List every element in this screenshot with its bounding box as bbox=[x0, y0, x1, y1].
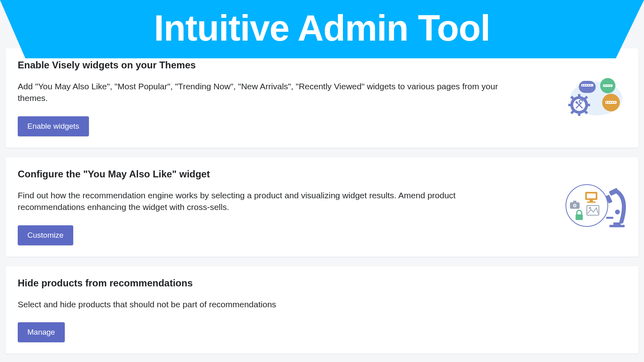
svg-rect-38 bbox=[590, 200, 593, 202]
svg-rect-8 bbox=[590, 85, 591, 86]
svg-point-44 bbox=[574, 205, 576, 206]
card-description: Find out how the recommendation engine w… bbox=[18, 189, 525, 213]
svg-rect-4 bbox=[582, 85, 583, 86]
svg-rect-42 bbox=[573, 201, 576, 203]
svg-rect-2 bbox=[579, 81, 596, 93]
svg-rect-15 bbox=[610, 85, 611, 86]
svg-rect-14 bbox=[609, 85, 609, 86]
card-title: Enable Visely widgets on your Themes bbox=[18, 60, 533, 71]
card-title: Configure the "You May Also Like" widget bbox=[18, 169, 533, 180]
svg-rect-40 bbox=[587, 193, 596, 198]
card-description: Add "You May Also Like", "Most Popular",… bbox=[18, 80, 525, 104]
svg-rect-18 bbox=[606, 102, 607, 103]
banner-title: Intuitive Admin Tool bbox=[154, 8, 490, 49]
card-configure-widget: Configure the "You May Also Like" widget… bbox=[6, 157, 638, 257]
svg-rect-7 bbox=[588, 85, 589, 86]
svg-rect-25 bbox=[578, 112, 580, 116]
svg-rect-50 bbox=[609, 188, 619, 196]
svg-point-46 bbox=[589, 207, 591, 209]
svg-rect-22 bbox=[614, 102, 615, 103]
svg-point-53 bbox=[615, 210, 620, 214]
svg-rect-19 bbox=[608, 102, 609, 103]
svg-rect-6 bbox=[586, 85, 587, 86]
svg-rect-26 bbox=[568, 104, 572, 106]
svg-rect-47 bbox=[576, 214, 583, 220]
widgets-cluster-icon bbox=[566, 74, 626, 122]
enable-widgets-button[interactable]: Enable widgets bbox=[18, 116, 89, 136]
microscope-preview-icon bbox=[562, 181, 626, 233]
svg-rect-49 bbox=[613, 222, 621, 225]
card-hide-products: Hide products from recommendations Selec… bbox=[6, 266, 638, 354]
svg-rect-52 bbox=[606, 217, 613, 219]
svg-rect-11 bbox=[604, 85, 605, 86]
svg-rect-13 bbox=[607, 85, 608, 86]
svg-rect-48 bbox=[609, 225, 625, 227]
svg-rect-5 bbox=[584, 85, 585, 86]
svg-rect-27 bbox=[586, 104, 590, 106]
svg-rect-12 bbox=[605, 85, 606, 86]
card-description: Select and hide products that should not… bbox=[18, 298, 525, 310]
customize-button[interactable]: Customize bbox=[18, 225, 73, 245]
svg-rect-20 bbox=[610, 102, 611, 103]
svg-rect-39 bbox=[587, 202, 596, 203]
card-enable-widgets: Enable Visely widgets on your Themes Add… bbox=[6, 48, 638, 148]
svg-rect-21 bbox=[612, 102, 613, 103]
svg-rect-24 bbox=[578, 94, 580, 98]
card-title: Hide products from recommendations bbox=[18, 278, 533, 289]
card-container: Enable Visely widgets on your Themes Add… bbox=[6, 48, 638, 362]
manage-button[interactable]: Manage bbox=[18, 322, 65, 342]
